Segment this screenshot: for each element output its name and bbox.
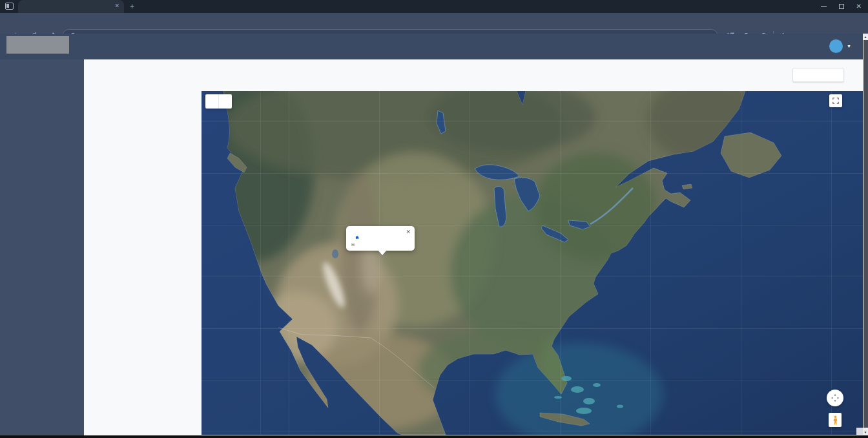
info-window-arrow	[378, 250, 387, 255]
fullscreen-icon	[832, 97, 840, 105]
new-tab-button[interactable]: +	[130, 2, 134, 11]
street-view-pegman[interactable]	[829, 413, 842, 427]
pan-control[interactable]	[827, 390, 843, 406]
satellite-view-button[interactable]	[219, 94, 232, 109]
dashboard-button[interactable]	[792, 68, 844, 82]
page-scrollbar[interactable]: ▲ ▼	[863, 34, 868, 435]
fullscreen-button[interactable]	[829, 94, 842, 107]
main-content: ✕ ✉	[84, 59, 863, 435]
window-bottom-edge	[0, 435, 868, 438]
tab-close-icon[interactable]: ✕	[114, 3, 119, 10]
pegman-icon	[832, 415, 838, 425]
app-header	[0, 34, 868, 59]
window-controls: ✕	[821, 0, 862, 13]
info-close-icon[interactable]: ✕	[406, 229, 411, 235]
browser-tab-bar: ✕ + ✕	[0, 0, 868, 13]
minimize-icon[interactable]	[821, 6, 827, 7]
browser-toolbar	[0, 13, 868, 34]
zillow-house-icon	[355, 235, 360, 240]
map-view-button[interactable]	[205, 94, 219, 109]
window-app-icon	[5, 3, 14, 10]
info-window: ✕ ✉	[346, 226, 415, 251]
sidebar	[0, 59, 84, 435]
user-avatar[interactable]	[829, 39, 843, 53]
account-chevron-down-icon[interactable]: ▼	[847, 44, 851, 48]
maximize-icon[interactable]	[839, 4, 844, 9]
prospect-heatmap-map[interactable]: ✕ ✉	[202, 91, 863, 435]
email-icon: ✉	[351, 242, 355, 247]
scroll-up-icon[interactable]: ▲	[863, 34, 868, 40]
close-window-icon[interactable]: ✕	[856, 3, 862, 10]
scroll-down-icon[interactable]: ▼	[863, 429, 868, 435]
browser-tab[interactable]: ✕	[18, 0, 124, 13]
graticule-grid	[202, 91, 863, 435]
company-logo-placeholder	[6, 36, 69, 54]
scrollbar-thumb[interactable]	[863, 40, 868, 428]
pan-arrows-icon	[830, 393, 840, 403]
map-attribution	[856, 428, 863, 435]
zillow-link[interactable]	[355, 235, 360, 240]
map-type-control	[205, 94, 232, 109]
